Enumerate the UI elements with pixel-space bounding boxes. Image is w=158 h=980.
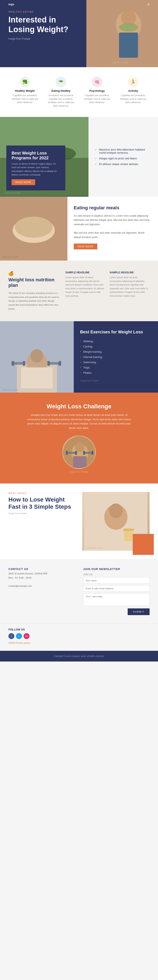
svg-rect-49	[123, 529, 134, 531]
footer-text: Copyright © some company name, all right…	[8, 655, 150, 657]
svg-text:Image from Freepik: Image from Freepik	[2, 389, 19, 391]
nutrition-card-2: SAMPLE HEADLINE Lorem ipsum dolor sit am…	[110, 271, 150, 311]
svg-point-45	[109, 503, 123, 518]
svg-text:Image from Freepik: Image from Freepik	[2, 256, 19, 258]
exercises-list: Walking, Cycling, Weight training, Inter…	[80, 339, 152, 375]
feature-card-3: 🧠 Psychology Cupiditat non provident, si…	[81, 73, 114, 111]
checklist-item-2: Integer eget mi proin sed libero.	[95, 156, 150, 161]
facebook-icon[interactable]: f	[8, 633, 15, 639]
nav-bar: logo ≡	[8, 2, 150, 6]
svg-rect-36	[73, 456, 87, 469]
features-section: 🥦 Healthy Weight Cupiditat non provident…	[0, 67, 158, 117]
message-input[interactable]	[83, 593, 150, 606]
svg-rect-37	[67, 452, 76, 454]
email-input[interactable]	[83, 585, 150, 592]
eating-text-2: Mia sed eos amet duis sed vitae venenati…	[74, 231, 152, 239]
instagram-icon[interactable]: in	[24, 633, 29, 639]
menu-icon[interactable]: ≡	[147, 2, 150, 6]
programs-section: Image from Freepik Best Weight Loss Prog…	[0, 117, 158, 197]
eating-title: Eating regular meals	[74, 205, 152, 210]
eating-healthy-icon: 🥗	[56, 76, 66, 87]
svg-point-16	[15, 217, 53, 238]
programs-read-more-button[interactable]: READ MORE	[11, 179, 35, 185]
programs-text: Lorem ut labore et dolore magna aliqua. …	[11, 162, 60, 177]
healthy-weight-icon: 🥦	[19, 76, 30, 87]
follow-section: Follow us f t in ©2022 Privacy policy	[0, 624, 158, 651]
nutrition-cards: SAMPLE HEADLINE Lorem ipsum dolor sit am…	[65, 271, 150, 311]
challenge-photo	[62, 436, 96, 469]
newsletter-section: Contact us 2040 St Guertin Avenue, 12345…	[0, 559, 158, 624]
contact-label: Contact us	[8, 568, 75, 571]
exercise-item-7: Pilates.	[80, 370, 152, 375]
exercise-item-1: Walking,	[80, 339, 152, 344]
programs-card: Best Weight Loss Programs for 2022 Lorem…	[6, 145, 65, 191]
svg-rect-25	[21, 368, 53, 388]
programs-checklist: Maximus arcu felis bibendum habitant mor…	[95, 147, 150, 167]
psychology-icon: 🧠	[92, 76, 102, 87]
meal-images: Image from Freepik	[82, 492, 150, 550]
challenge-title: Weight Loss Challenge	[8, 403, 150, 410]
nutrition-title: Weight loss nutrition plan	[8, 277, 59, 288]
checklist-item-3: Et ultrices neque ornare aenean.	[95, 161, 150, 167]
svg-rect-39	[75, 451, 77, 455]
checklist-item-1: Maximus arcu felis bibendum habitant mor…	[95, 147, 150, 156]
eating-content: Eating regular meals Ac odio tempor et d…	[68, 197, 158, 261]
feature-title-3: Psychology	[83, 89, 111, 92]
exercise-item-2: Cycling,	[80, 344, 152, 349]
svg-text:Image from Freepik: Image from Freepik	[112, 61, 128, 64]
exercise-item-5: Swimming,	[80, 360, 152, 365]
meal-section: MEAL IDEAS How to Lose Weight Fast in 3 …	[0, 484, 158, 559]
svg-text:Image from Freepik: Image from Freepik	[4, 192, 21, 194]
exercises-img-credit: Image from Freepik	[80, 380, 152, 382]
join-us-label: JOIN US	[83, 573, 150, 576]
name-input[interactable]	[83, 578, 150, 584]
exercise-item-6: Yoga,	[80, 365, 152, 370]
exercises-photo: Image from Freepik	[0, 321, 74, 393]
newsletter-form: JOIN OUR NEWSLETTER JOIN US SUBMIT	[83, 568, 150, 615]
feature-text-4: Cupiditat non provident, similique sunt …	[119, 94, 147, 104]
meal-text-left: MEAL IDEAS How to Lose Weight Fast in 3 …	[8, 492, 76, 515]
nutrition-card-text-2: Lorem ipsum dolor sit amet consectetur a…	[110, 276, 150, 298]
eating-section: Image from Freepik Eating regular meals …	[0, 197, 158, 261]
exercises-section: Image from Freepik Best Exercises for We…	[0, 321, 158, 393]
svg-rect-41	[83, 451, 85, 455]
meal-title: How to Lose Weight Fast in 3 Simple Step…	[8, 496, 76, 510]
nutrition-icon: 🍊	[8, 271, 59, 276]
svg-rect-31	[58, 361, 61, 366]
feature-text-1: Cupiditat non provident, similique sunt …	[11, 94, 39, 104]
hero-section: logo ≡ Image from Freepik HEALTHY EATING…	[0, 0, 158, 67]
nutrition-section: 🍊 Weight loss nutrition plan The stock o…	[0, 261, 158, 321]
exercises-content: Best Exercises for Weight Loss Walking, …	[74, 321, 158, 393]
eating-image: Image from Freepik	[0, 197, 68, 261]
meal-img-credit: Image from Freepik	[8, 512, 76, 515]
exercises-image: Image from Freepik	[0, 321, 74, 393]
eating-photo: Image from Freepik	[0, 197, 68, 261]
svg-rect-27	[11, 361, 14, 366]
hero-img-credit: Image from Freepik	[8, 37, 150, 40]
svg-rect-42	[92, 451, 94, 455]
svg-rect-30	[47, 361, 50, 366]
newsletter-label: JOIN OUR NEWSLETTER	[83, 568, 150, 571]
privacy-policy-link[interactable]: ©2022 Privacy policy	[8, 641, 30, 644]
submit-button[interactable]: SUBMIT	[128, 608, 150, 615]
eating-text: Ac odio tempor et dapibus ultrices in. L…	[74, 214, 152, 226]
feature-text-3: Cupiditat non provident, similique sunt …	[83, 94, 111, 104]
eating-read-more-button[interactable]: READ MORE	[74, 243, 97, 250]
nutrition-card-1: SAMPLE HEADLINE Lorem ipsum dolor sit am…	[65, 271, 105, 311]
feature-title-1: Healthy Weight	[11, 89, 39, 92]
feature-title-2: Eating Healthy	[47, 89, 75, 92]
meal-tag: MEAL IDEAS	[8, 492, 76, 495]
svg-rect-38	[66, 451, 68, 455]
twitter-icon[interactable]: t	[16, 633, 22, 639]
challenge-section: Weight Loss Challenge Volutpat sed cras …	[0, 393, 158, 484]
svg-text:Image from Freepik: Image from Freepik	[86, 547, 103, 549]
contact-address: 2040 St Guertin Avenue, 12345A 2RB Mon -…	[8, 572, 75, 588]
programs-title: Best Weight Loss Programs for 2022	[11, 151, 60, 161]
contact-info: Contact us 2040 St Guertin Avenue, 12345…	[8, 568, 75, 615]
exercise-item-3: Weight training,	[80, 349, 152, 355]
exercises-title: Best Exercises for Weight Loss	[80, 329, 152, 334]
feature-text-2: Excepteur sint occaecat cupiditat non pr…	[47, 94, 75, 108]
social-icons: f t in	[8, 633, 150, 639]
logo: logo	[8, 3, 14, 6]
feature-title-4: Activity	[119, 89, 147, 92]
